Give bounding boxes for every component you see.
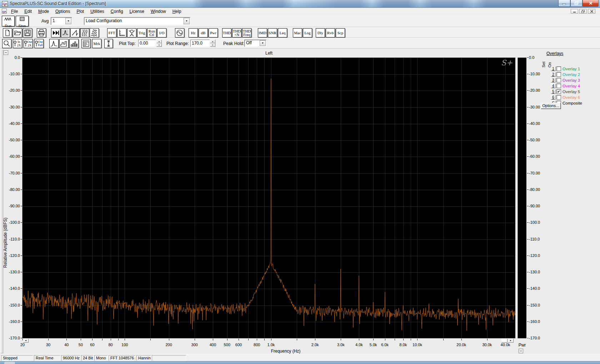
y-tick-label-right: -140.0 <box>529 286 540 290</box>
plot-range-input[interactable] <box>190 40 210 47</box>
io-device-button[interactable]: I/O <box>157 28 166 37</box>
spectrogram-view-button[interactable] <box>80 28 89 37</box>
y-tick-mark-left <box>21 288 22 289</box>
run-control-button[interactable]: RunCtl <box>147 28 156 37</box>
plot-top-input[interactable] <box>138 40 156 47</box>
close-button[interactable] <box>582 0 599 7</box>
scrollbar-thumb[interactable] <box>501 339 508 343</box>
avg-select[interactable]: 1 ▼ <box>51 17 72 25</box>
collapse-power-meter-button[interactable]: − <box>519 349 523 353</box>
run-button[interactable]: Run <box>2 16 15 26</box>
time-series-view-button[interactable] <box>70 28 80 37</box>
zoom-in-2x-button[interactable]: In2X <box>13 39 22 48</box>
bar-graph-plot-button[interactable] <box>69 39 79 48</box>
plot-top-spinner[interactable]: ▲▼ <box>156 40 162 47</box>
overlay-set-button-1[interactable]: 1 <box>551 66 556 71</box>
stop-button[interactable]: Stop <box>16 16 29 26</box>
octave-plot-button[interactable] <box>59 39 69 48</box>
waterfall-view-button[interactable] <box>90 28 99 37</box>
collapse-plot-button[interactable]: − <box>4 50 8 55</box>
peak-hold-dropdown-arrow-icon[interactable]: ▼ <box>260 40 266 46</box>
x-tick-mark <box>227 339 228 340</box>
signal-generator-button[interactable] <box>175 28 184 37</box>
menu-item-utilities[interactable]: Utilities <box>87 9 108 15</box>
spectrum-plot[interactable]: S+ <box>22 57 516 339</box>
snr-button[interactable]: SNR <box>268 28 277 37</box>
overlay-set-button-6[interactable]: 6 <box>551 95 556 100</box>
units-pwr-button[interactable]: Pwr <box>209 28 218 37</box>
spectrum-view-button[interactable] <box>61 28 70 37</box>
menu-item-window[interactable]: Window <box>148 9 169 15</box>
overlay-on-checkbox-4[interactable] <box>556 84 561 88</box>
menu-item-license[interactable]: License <box>126 9 148 15</box>
menu-item-mode[interactable]: Mode <box>35 9 52 15</box>
delay-button[interactable]: Dly <box>316 28 325 37</box>
plot-range-spinner[interactable]: ▲▼ <box>210 40 215 47</box>
zoom-tool-button[interactable] <box>2 39 11 48</box>
zoom-out-2x-button[interactable]: Out2X <box>24 39 33 48</box>
mdi-minimize-button[interactable] <box>571 9 578 14</box>
overlays-set-column-label: Set <box>541 56 546 67</box>
marker-button[interactable]: Mrk <box>92 39 101 48</box>
y-tick-mark-left <box>21 239 22 239</box>
scope-button[interactable]: Scp <box>336 28 345 37</box>
y-tick-mark-left <box>21 322 22 322</box>
y-tick-mark-right <box>527 173 529 173</box>
overlay-set-button-4[interactable]: 4 <box>551 84 556 88</box>
macro-button[interactable]: Mac <box>293 28 302 37</box>
thd-plus-n-button[interactable]: THD+N <box>232 28 241 37</box>
overlay-on-checkbox-2[interactable] <box>556 72 561 77</box>
peak-hold-select[interactable]: Off ▼ <box>244 40 266 47</box>
overlay-on-checkbox-6[interactable] <box>556 95 561 100</box>
scroll-left-button[interactable]: ◄ <box>23 339 29 343</box>
left-splitter-strip[interactable] <box>1 49 3 353</box>
overlay-on-checkbox-5[interactable]: ✔ <box>556 89 561 94</box>
mdi-document-icon[interactable] <box>2 9 7 14</box>
trigger-button[interactable]: Trig <box>137 28 146 37</box>
menu-item-plot[interactable]: Plot <box>73 9 87 15</box>
overlay-set-button-3[interactable]: 3 <box>551 78 556 82</box>
units-db-button[interactable]: dB <box>199 28 208 37</box>
configuration-dropdown-arrow-icon[interactable]: ▼ <box>184 18 190 24</box>
menu-item-config[interactable]: Config <box>108 9 126 15</box>
overlay-on-checkbox-3[interactable] <box>556 78 561 82</box>
menu-item-help[interactable]: Help <box>169 9 185 15</box>
narrowband-plot-button[interactable] <box>49 39 59 48</box>
overlay-set-button-2[interactable]: 2 <box>551 72 556 77</box>
zoom-out-full-button[interactable]: OutFull <box>34 39 44 48</box>
minimize-button[interactable] <box>558 0 570 7</box>
thd-button[interactable]: THD <box>222 28 231 37</box>
print-button[interactable] <box>37 28 46 37</box>
leq-button[interactable]: Leq <box>278 28 287 37</box>
fft-settings-button[interactable]: FFT <box>107 28 116 37</box>
thd-freq-button[interactable]: THDFreq <box>242 28 251 37</box>
imd-button[interactable]: IMD <box>258 28 267 37</box>
menu-item-options[interactable]: Options <box>52 9 73 15</box>
new-file-button[interactable] <box>3 28 12 37</box>
menu-item-edit[interactable]: Edit <box>21 9 35 15</box>
menu-item-file[interactable]: File <box>8 9 21 15</box>
plot-options-button[interactable] <box>81 39 91 48</box>
units-hz-button[interactable]: Hz <box>189 28 198 37</box>
overlay-set-button-5[interactable]: 5 <box>551 89 556 94</box>
overlay-on-checkbox-1[interactable] <box>556 66 561 71</box>
scaling-ruler-button[interactable] <box>117 28 126 37</box>
mdi-close-button[interactable] <box>588 9 595 14</box>
calibration-mic-button[interactable] <box>127 28 136 37</box>
open-file-button[interactable] <box>13 28 22 37</box>
scroll-right-button[interactable]: ► <box>508 339 514 343</box>
x-tick-label: 1.0k <box>267 343 275 347</box>
restore-button[interactable] <box>570 0 582 7</box>
save-button[interactable] <box>23 28 32 37</box>
y-tick-mark-right <box>527 338 529 338</box>
configuration-select[interactable]: Load Configuration ▼ <box>84 17 190 25</box>
mdi-restore-button[interactable] <box>579 9 587 14</box>
title-bar[interactable]: SC SpectraPLUS-SC Sound Card Edition - [… <box>0 0 600 8</box>
avg-dropdown-arrow-icon[interactable]: ▼ <box>65 18 71 24</box>
y-tick-mark-right <box>527 222 529 223</box>
vertical-range-button[interactable] <box>104 39 113 48</box>
process-file-icon-button[interactable] <box>51 28 60 37</box>
overlay-options-button[interactable]: Options... <box>541 103 561 109</box>
reverb-button[interactable]: Rvb <box>326 28 335 37</box>
logging-button[interactable]: Log <box>303 28 312 37</box>
